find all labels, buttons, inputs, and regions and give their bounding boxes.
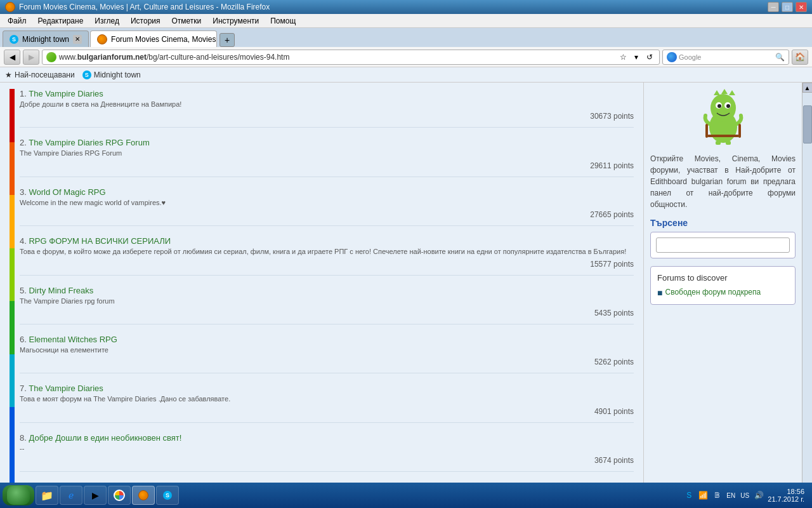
- right-sidebar: Открийте Movies, Cinema, Movies форуми, …: [643, 83, 802, 508]
- forum-item-5: 5. Dirty Mind Freaks The Vampire Diaries…: [20, 286, 634, 324]
- bookmark-label: Най-посещавани: [15, 70, 75, 79]
- menu-edit[interactable]: Редактиране: [33, 15, 89, 27]
- forum-points-2: 29611 points: [20, 161, 634, 170]
- scrollbar[interactable]: ▲ ▼: [802, 83, 812, 508]
- forum-link-6[interactable]: Elemental Witches RPG: [29, 335, 117, 344]
- forum-item-3: 3. World Of Magic RPG Welcome in the new…: [20, 187, 634, 226]
- url-bar[interactable]: www.bulgarianforum.net/bg/art-culture-an…: [42, 50, 660, 65]
- tab-midnight-town[interactable]: S Midnight town ✕: [3, 30, 89, 47]
- back-button[interactable]: ◀: [4, 50, 20, 65]
- search-box: [650, 232, 796, 258]
- url-prefix: www.: [59, 53, 77, 62]
- skype-tab-icon: S: [10, 35, 18, 44]
- search-bar[interactable]: Google 🔍: [662, 50, 789, 65]
- taskbar-ie[interactable]: ℯ: [60, 486, 82, 505]
- main-area: 1. The Vampire Diaries Добре дошли в све…: [0, 83, 812, 508]
- explorer-icon: 📁: [41, 490, 53, 502]
- ie-icon: ℯ: [69, 490, 74, 500]
- tray-volume-icon[interactable]: 🔊: [754, 490, 764, 500]
- taskbar-explorer[interactable]: 📁: [36, 486, 58, 505]
- rank-3: 3.: [20, 187, 27, 197]
- menu-view[interactable]: Изглед: [89, 15, 124, 27]
- bookmark-most-visited[interactable]: ★ Най-посещавани: [5, 70, 75, 79]
- search-input[interactable]: [656, 237, 790, 253]
- menu-file[interactable]: Файл: [3, 15, 32, 27]
- rank-1: 1.: [20, 89, 27, 98]
- bookmark-icon: ★: [5, 70, 12, 79]
- svg-marker-12: [721, 89, 728, 94]
- tray-network-icon[interactable]: 📶: [698, 490, 708, 500]
- taskbar-media[interactable]: ▶: [84, 486, 107, 505]
- maximize-button[interactable]: □: [782, 2, 793, 12]
- rank-7: 7.: [20, 384, 27, 393]
- menu-history[interactable]: История: [126, 15, 166, 27]
- discover-link[interactable]: Свободен форум подкрепа: [665, 288, 761, 297]
- refresh-icon[interactable]: ↺: [644, 51, 655, 63]
- taskbar-skype-icon: S: [163, 491, 172, 500]
- forum-rank-title-2: 2. The Vampire Diaries RPG Forum: [20, 138, 634, 147]
- forum-desc-3: Welcome in the new magic world of vampir…: [20, 198, 634, 208]
- forum-link-4[interactable]: RPG ФОРУМ НА ВСИЧКИ СЕРИАЛИ: [29, 236, 171, 246]
- svg-marker-11: [714, 90, 720, 95]
- url-text: www.bulgarianforum.net/bg/art-culture-an…: [59, 53, 289, 62]
- forum-link-7[interactable]: The Vampire Diaries: [29, 384, 103, 393]
- window-title-text: Forum Movies Cinema, Movies | Art, Cultu…: [19, 3, 270, 11]
- arrow-down-icon[interactable]: ▾: [631, 51, 642, 63]
- tray-us-icon[interactable]: US: [740, 490, 750, 500]
- discover-link-item: ■ Свободен форум подкрепа: [657, 288, 789, 298]
- window-title: Forum Movies Cinema, Movies | Art, Cultu…: [5, 2, 270, 12]
- menu-bookmarks[interactable]: Отметки: [167, 15, 207, 27]
- tab-forum-movies[interactable]: Forum Movies Cinema, Movies | Art, ... ✕: [90, 30, 217, 47]
- tray-bluetooth-icon[interactable]: 𝔹: [712, 490, 722, 500]
- svg-rect-10: [738, 124, 741, 138]
- forums-discover: Forums to discover ■ Свободен форум подк…: [650, 266, 796, 305]
- url-icons: ☆ ▾ ↺: [617, 51, 655, 63]
- taskbar-skype[interactable]: S: [156, 486, 179, 505]
- search-section: Търсене: [650, 218, 796, 258]
- tray-skype-icon[interactable]: S: [684, 490, 694, 500]
- start-button[interactable]: [3, 485, 34, 505]
- menu-tools[interactable]: Инструменти: [207, 15, 264, 27]
- chrome-icon: [114, 490, 125, 501]
- new-tab-button[interactable]: +: [219, 33, 235, 47]
- rank-6: 6.: [20, 335, 27, 344]
- forum-link-5[interactable]: Dirty Mind Freaks: [29, 286, 93, 295]
- taskbar-ff-icon: [138, 490, 148, 500]
- discover-title: Forums to discover: [657, 273, 789, 283]
- minimize-button[interactable]: ─: [768, 2, 779, 12]
- bookmark-skype-icon: S: [82, 70, 91, 79]
- svg-point-1: [710, 94, 736, 122]
- forum-rank-title-5: 5. Dirty Mind Freaks: [20, 286, 634, 295]
- forum-link-8[interactable]: Добре Дошли в един необикновен свят!: [29, 433, 181, 443]
- window-controls[interactable]: ─ □ ✕: [768, 2, 807, 12]
- svg-point-4: [717, 104, 721, 108]
- bookmarks-bar: ★ Най-посещавани S Midnight town: [0, 67, 812, 83]
- forum-link-1[interactable]: The Vampire Diaries: [29, 89, 103, 98]
- menu-help[interactable]: Помощ: [265, 15, 301, 27]
- forum-list: 1. The Vampire Diaries Добре дошли в све…: [20, 89, 634, 508]
- forum-points-5: 5435 points: [20, 309, 634, 318]
- scroll-track[interactable]: [802, 93, 812, 508]
- search-icon: 🔍: [775, 53, 785, 62]
- scroll-thumb[interactable]: [803, 105, 812, 144]
- window-titlebar: Forum Movies Cinema, Movies | Art, Cultu…: [0, 0, 812, 14]
- taskbar-firefox[interactable]: [132, 486, 155, 505]
- forum-link-3[interactable]: World Of Magic RPG: [29, 187, 105, 197]
- bookmark-midnight-town[interactable]: S Midnight town: [82, 70, 141, 79]
- forum-rank-title-6: 6. Elemental Witches RPG: [20, 335, 634, 344]
- forward-button[interactable]: ▶: [23, 50, 39, 65]
- bullet-icon: ■: [657, 288, 662, 298]
- home-button[interactable]: 🏠: [792, 50, 808, 65]
- star-icon[interactable]: ☆: [617, 51, 629, 63]
- forum-item-6: 6. Elemental Witches RPG Магьосници на е…: [20, 335, 634, 373]
- forum-points-3: 27665 points: [20, 210, 634, 219]
- tab-midnight-close[interactable]: ✕: [73, 35, 82, 44]
- start-orb: [7, 486, 30, 505]
- taskbar-chrome[interactable]: [108, 486, 131, 505]
- scroll-up-button[interactable]: ▲: [802, 83, 813, 93]
- close-button[interactable]: ✕: [796, 2, 807, 12]
- forum-rank-title-8: 8. Добре Дошли в един необикновен свят!: [20, 433, 634, 443]
- monster-illustration: [698, 89, 749, 146]
- forum-link-2[interactable]: The Vampire Diaries RPG Forum: [29, 138, 149, 147]
- tray-keyboard-icon[interactable]: EN: [726, 490, 736, 500]
